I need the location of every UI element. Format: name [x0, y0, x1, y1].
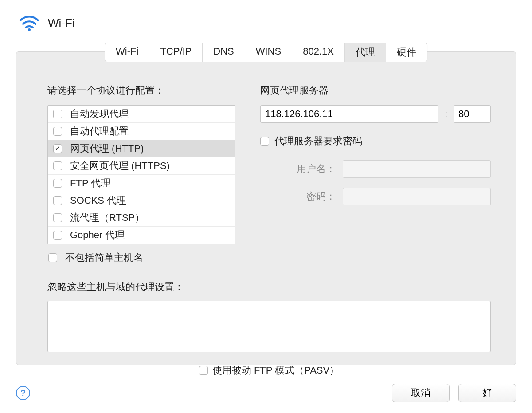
bypass-label: 忽略这些主机与域的代理设置： [47, 280, 491, 294]
protocol-list[interactable]: 自动发现代理 自动代理配置 网页代理 (HTTP) 安全网页代理 (HTTPS) [47, 105, 235, 244]
wifi-icon [17, 13, 42, 33]
bypass-hosts-textarea[interactable] [47, 301, 491, 352]
passive-ftp-checkbox[interactable] [199, 366, 208, 375]
protocol-checkbox[interactable] [53, 179, 62, 188]
proxy-server-label: 网页代理服务器 [260, 84, 491, 97]
tab-wins[interactable]: WINS [245, 43, 292, 62]
exclude-simple-hostnames-label: 不包括简单主机名 [65, 251, 143, 264]
protocol-label: 流代理（RTSP） [70, 211, 145, 224]
protocol-row-gopher[interactable]: Gopher 代理 [48, 227, 235, 244]
protocol-select-label: 请选择一个协议进行配置： [47, 84, 235, 97]
svg-point-0 [28, 28, 31, 31]
protocol-checkbox[interactable] [53, 161, 62, 170]
footer: ? 取消 好 [0, 384, 532, 402]
protocol-label: 自动代理配置 [70, 125, 129, 138]
protocol-row-https[interactable]: 安全网页代理 (HTTPS) [48, 157, 235, 175]
tab-bar: Wi-Fi TCP/IP DNS WINS 802.1X 代理 硬件 [105, 43, 427, 62]
proxy-host-input[interactable] [260, 105, 438, 123]
protocol-label: SOCKS 代理 [70, 194, 126, 207]
tab-wifi[interactable]: Wi-Fi [105, 43, 149, 62]
tab-tcpip[interactable]: TCP/IP [149, 43, 203, 62]
help-button[interactable]: ? [16, 386, 30, 400]
ok-button[interactable]: 好 [458, 384, 516, 402]
protocol-checkbox[interactable] [53, 196, 62, 205]
tab-proxy[interactable]: 代理 [345, 43, 386, 62]
protocol-row-http[interactable]: 网页代理 (HTTP) [48, 140, 235, 157]
protocol-row-auto-config[interactable]: 自动代理配置 [48, 123, 235, 140]
password-label: 密码： [260, 190, 336, 203]
protocol-label: 安全网页代理 (HTTPS) [70, 159, 170, 173]
page-title: Wi-Fi [48, 16, 75, 30]
header: Wi-Fi [0, 0, 532, 33]
require-password-label: 代理服务器要求密码 [274, 134, 362, 148]
protocol-checkbox[interactable] [53, 144, 62, 153]
passive-ftp-label: 使用被动 FTP 模式（PASV） [212, 364, 339, 377]
require-password-checkbox[interactable] [260, 137, 269, 146]
settings-panel: 请选择一个协议进行配置： 自动发现代理 自动代理配置 网页代理 (HTTP) [16, 51, 516, 365]
protocol-row-ftp[interactable]: FTP 代理 [48, 175, 235, 192]
cancel-button[interactable]: 取消 [392, 384, 450, 402]
protocol-checkbox[interactable] [53, 213, 62, 222]
protocol-label: Gopher 代理 [70, 228, 125, 242]
protocol-label: FTP 代理 [70, 177, 110, 190]
tab-8021x[interactable]: 802.1X [292, 43, 345, 62]
username-input[interactable] [343, 160, 491, 178]
protocol-row-auto-discovery[interactable]: 自动发现代理 [48, 106, 235, 123]
protocol-label: 网页代理 (HTTP) [70, 142, 144, 155]
protocol-row-socks[interactable]: SOCKS 代理 [48, 192, 235, 209]
protocol-checkbox[interactable] [53, 127, 62, 136]
protocol-checkbox[interactable] [53, 231, 62, 240]
tab-hardware[interactable]: 硬件 [386, 43, 427, 62]
proxy-port-input[interactable] [454, 105, 491, 123]
password-input[interactable] [343, 188, 491, 205]
username-label: 用户名： [260, 162, 336, 176]
tab-dns[interactable]: DNS [203, 43, 245, 62]
host-port-separator: : [445, 108, 447, 120]
protocol-checkbox[interactable] [53, 110, 62, 118]
protocol-label: 自动发现代理 [70, 107, 129, 121]
protocol-row-rtsp[interactable]: 流代理（RTSP） [48, 209, 235, 227]
exclude-simple-hostnames-checkbox[interactable] [48, 253, 57, 262]
